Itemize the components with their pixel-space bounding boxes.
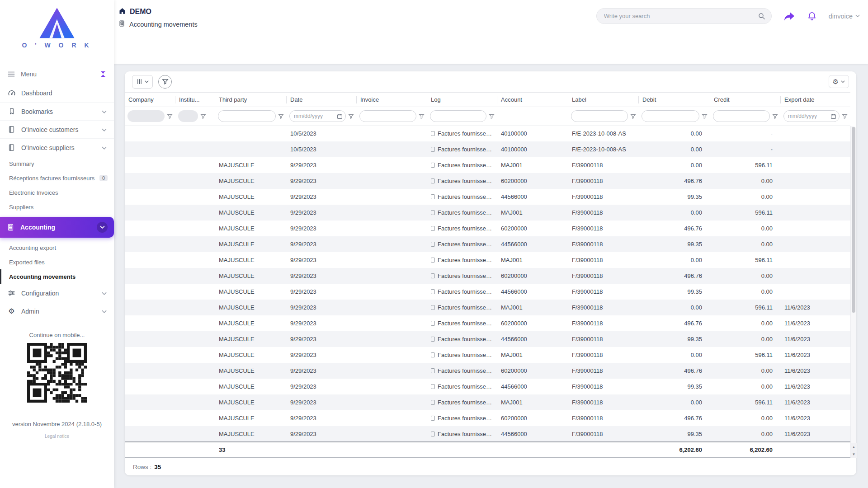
column-header-log[interactable]: Log — [427, 92, 497, 107]
table-row[interactable]: MAJUSCULE9/29/2023Factures fournisseurs6… — [125, 221, 850, 236]
main-area: DEMO Accounting movements — [114, 0, 868, 488]
table-settings-button[interactable]: ⚙ — [829, 75, 849, 88]
table-row[interactable]: MAJUSCULE9/29/2023Factures fournisseurs6… — [125, 268, 850, 284]
table-row[interactable]: 10/5/2023Factures fournisseurs40100000F/… — [125, 126, 850, 141]
sidebar-item-accounting[interactable]: Accounting — [0, 217, 114, 238]
account-cell: 44566000 — [497, 379, 568, 394]
share-button[interactable] — [783, 11, 795, 21]
sidebar-item-oinvoice-suppliers[interactable]: O'Invoice suppliers — [0, 138, 114, 156]
sidebar-item-summary[interactable]: Summary — [0, 156, 114, 171]
credit-filter-input[interactable] — [713, 110, 770, 122]
invoice-filter-input[interactable] — [359, 110, 416, 122]
institution-filter-funnel-icon[interactable] — [200, 113, 206, 119]
sidebar-item-configuration[interactable]: Configuration — [0, 284, 114, 302]
calendar-icon[interactable] — [830, 113, 836, 121]
home-breadcrumb[interactable]: DEMO — [118, 7, 198, 16]
invoice-filter-funnel-icon[interactable] — [419, 113, 425, 119]
scroll-up-arrow[interactable]: ▲ — [851, 443, 857, 450]
journal-icon — [431, 131, 435, 136]
share-icon — [783, 11, 795, 21]
filter-toggle-button[interactable] — [158, 75, 172, 89]
label-filter-input[interactable] — [571, 110, 628, 122]
table-row[interactable]: MAJUSCULE9/29/2023Factures fournisseurs6… — [125, 173, 850, 189]
legal-notice-link[interactable]: Legal notice — [0, 434, 114, 439]
sidebar-item-electronic-invoices[interactable]: Electronic Invoices — [0, 185, 114, 200]
date-cell: 9/29/2023 — [287, 221, 357, 236]
debit-filter-funnel-icon[interactable] — [702, 113, 708, 119]
journal-icon — [431, 432, 435, 436]
column-header-credit[interactable]: Credit — [710, 92, 781, 107]
company-cell — [125, 205, 175, 221]
column-picker-button[interactable] — [132, 75, 153, 89]
table-row[interactable]: MAJUSCULE9/29/2023Factures fournisseurs4… — [125, 331, 850, 347]
column-header-third-party[interactable]: Third party — [215, 92, 287, 107]
sidebar-item-dashboard[interactable]: Dashboard — [0, 84, 114, 102]
sidebar-item-exported-files[interactable]: Exported files — [0, 255, 114, 269]
vertical-scrollbar[interactable]: ▲ ▼ — [850, 126, 856, 458]
scroll-down-arrow[interactable]: ▼ — [851, 450, 857, 458]
bell-icon — [807, 11, 817, 21]
sidebar-item-accounting-export[interactable]: Accounting export — [0, 240, 114, 255]
column-header-date[interactable]: Date — [287, 92, 357, 107]
notifications-button[interactable] — [807, 11, 817, 21]
debit-filter-input[interactable] — [642, 110, 699, 122]
column-header-export-date[interactable]: Export date — [781, 92, 850, 107]
search-icon[interactable] — [758, 12, 766, 20]
table-row[interactable]: MAJUSCULE9/29/2023Factures fournisseursM… — [125, 252, 850, 268]
table-row[interactable]: MAJUSCULE9/29/2023Factures fournisseurs4… — [125, 379, 850, 394]
table-row[interactable]: MAJUSCULE9/29/2023Factures fournisseurs4… — [125, 426, 850, 442]
calendar-icon[interactable] — [337, 113, 343, 121]
invoice-cell — [357, 157, 427, 173]
table-row[interactable]: MAJUSCULE9/29/2023Factures fournisseurs6… — [125, 363, 850, 379]
journal-icon — [431, 400, 435, 405]
table-row[interactable]: 10/5/2023Factures fournisseurs40100000F/… — [125, 141, 850, 157]
column-header-debit[interactable]: Debit — [639, 92, 710, 107]
log-filter-input[interactable] — [430, 110, 486, 122]
hamburger-icon[interactable] — [7, 70, 15, 78]
journal-icon — [431, 178, 435, 183]
table-row[interactable]: MAJUSCULE9/29/2023Factures fournisseursM… — [125, 300, 850, 315]
third-party-cell: MAJUSCULE — [215, 331, 287, 347]
date-cell: 9/29/2023 — [287, 236, 357, 252]
table-row[interactable]: MAJUSCULE9/29/2023Factures fournisseursM… — [125, 157, 850, 173]
user-menu[interactable]: dinvoice — [829, 13, 860, 20]
table-row[interactable]: MAJUSCULE9/29/2023Factures fournisseursM… — [125, 347, 850, 363]
column-header-invoice[interactable]: Invoice — [357, 92, 427, 107]
sidebar-item-oinvoice-customers[interactable]: O'Invoice customers — [0, 120, 114, 138]
date-filter-funnel-icon[interactable] — [348, 113, 354, 119]
credit-filter-funnel-icon[interactable] — [772, 113, 778, 119]
company-cell — [125, 236, 175, 252]
export-date-cell: 11/6/2023 — [781, 331, 850, 347]
institution-filter-input — [178, 110, 198, 122]
log-filter-funnel-icon[interactable] — [489, 113, 495, 119]
table-row[interactable]: MAJUSCULE9/29/2023Factures fournisseurs6… — [125, 315, 850, 331]
date-cell: 9/29/2023 — [287, 268, 357, 284]
column-header-account[interactable]: Account — [497, 92, 568, 107]
export-date-cell — [781, 173, 850, 189]
label-filter-funnel-icon[interactable] — [630, 113, 636, 119]
log-cell: Factures fournisseurs — [427, 141, 497, 157]
search-input[interactable] — [604, 13, 758, 19]
table-row[interactable]: MAJUSCULE9/29/2023Factures fournisseursM… — [125, 205, 850, 221]
invoice-cell — [357, 379, 427, 394]
company-filter-funnel-icon[interactable] — [167, 113, 173, 119]
table-row[interactable]: MAJUSCULE9/29/2023Factures fournisseurs4… — [125, 284, 850, 300]
sidebar-item-bookmarks[interactable]: Bookmarks — [0, 102, 114, 120]
third-party-filter-funnel-icon[interactable] — [278, 113, 284, 119]
column-header-institution[interactable]: Institu... — [175, 92, 215, 107]
export-date-filter-funnel-icon[interactable] — [842, 113, 848, 119]
sidebar-item-receptions-factures[interactable]: Réceptions factures fournisseurs 0 — [0, 171, 114, 185]
sidebar-item-admin[interactable]: ⚙ Admin — [0, 302, 114, 320]
column-header-company[interactable]: Company — [125, 92, 175, 107]
table-row[interactable]: MAJUSCULE9/29/2023Factures fournisseurs4… — [125, 189, 850, 205]
table-row[interactable]: MAJUSCULE9/29/2023Factures fournisseursM… — [125, 394, 850, 410]
sidebar-item-accounting-movements[interactable]: Accounting movements — [0, 269, 114, 284]
column-header-label[interactable]: Label — [568, 92, 639, 107]
scrollbar-thumb[interactable] — [852, 127, 855, 313]
institution-cell — [175, 300, 215, 315]
table-row[interactable]: MAJUSCULE9/29/2023Factures fournisseurs4… — [125, 236, 850, 252]
sidebar-item-suppliers[interactable]: Suppliers — [0, 200, 114, 214]
hourglass-pin-icon[interactable] — [99, 70, 107, 78]
table-row[interactable]: MAJUSCULE9/29/2023Factures fournisseurs6… — [125, 410, 850, 426]
third-party-filter-input[interactable] — [218, 110, 276, 122]
